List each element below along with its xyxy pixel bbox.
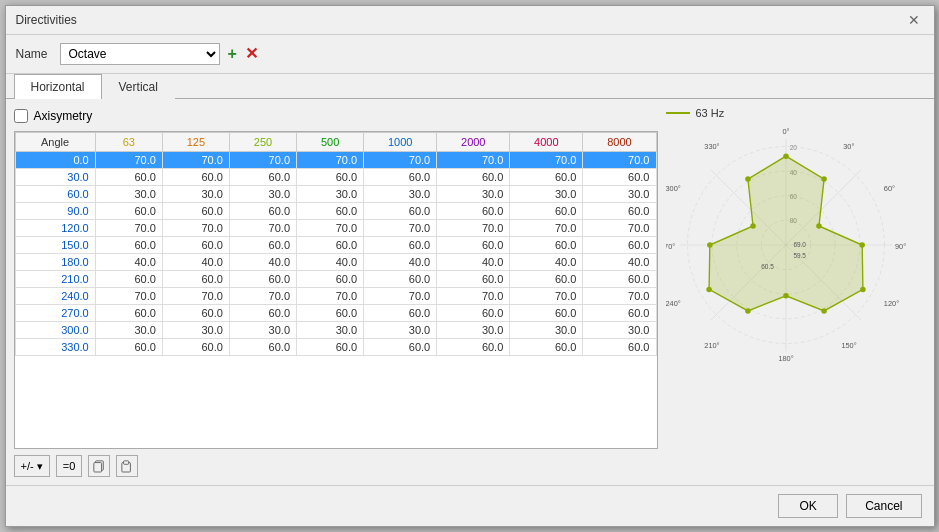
value-cell[interactable]: 40.0 — [95, 254, 162, 271]
value-cell[interactable]: 40.0 — [510, 254, 583, 271]
value-cell[interactable]: 70.0 — [297, 220, 364, 237]
value-cell[interactable]: 60.0 — [229, 169, 296, 186]
value-cell[interactable]: 40.0 — [364, 254, 437, 271]
equals-zero-button[interactable]: =0 — [56, 455, 83, 477]
angle-cell[interactable]: 120.0 — [15, 220, 95, 237]
value-cell[interactable]: 60.0 — [95, 203, 162, 220]
value-cell[interactable]: 60.0 — [510, 237, 583, 254]
value-cell[interactable]: 60.0 — [364, 339, 437, 356]
value-cell[interactable]: 60.0 — [95, 169, 162, 186]
name-select[interactable]: Octave — [60, 43, 220, 65]
table-row[interactable]: 60.030.030.030.030.030.030.030.030.0 — [15, 186, 656, 203]
value-cell[interactable]: 60.0 — [583, 237, 656, 254]
value-cell[interactable]: 60.0 — [583, 169, 656, 186]
table-row[interactable]: 300.030.030.030.030.030.030.030.030.0 — [15, 322, 656, 339]
value-cell[interactable]: 60.0 — [297, 271, 364, 288]
table-row[interactable]: 120.070.070.070.070.070.070.070.070.0 — [15, 220, 656, 237]
value-cell[interactable]: 30.0 — [95, 186, 162, 203]
angle-cell[interactable]: 150.0 — [15, 237, 95, 254]
value-cell[interactable]: 70.0 — [583, 220, 656, 237]
value-cell[interactable]: 30.0 — [229, 186, 296, 203]
table-row[interactable]: 180.040.040.040.040.040.040.040.040.0 — [15, 254, 656, 271]
table-row[interactable]: 240.070.070.070.070.070.070.070.070.0 — [15, 288, 656, 305]
value-cell[interactable]: 60.0 — [364, 169, 437, 186]
value-cell[interactable]: 70.0 — [95, 288, 162, 305]
value-cell[interactable]: 40.0 — [162, 254, 229, 271]
angle-cell[interactable]: 330.0 — [15, 339, 95, 356]
value-cell[interactable]: 30.0 — [364, 322, 437, 339]
value-cell[interactable]: 70.0 — [437, 152, 510, 169]
value-cell[interactable]: 70.0 — [364, 220, 437, 237]
angle-cell[interactable]: 30.0 — [15, 169, 95, 186]
value-cell[interactable]: 60.0 — [510, 169, 583, 186]
angle-cell[interactable]: 60.0 — [15, 186, 95, 203]
value-cell[interactable]: 60.0 — [229, 339, 296, 356]
value-cell[interactable]: 60.0 — [364, 305, 437, 322]
table-row[interactable]: 150.060.060.060.060.060.060.060.060.0 — [15, 237, 656, 254]
value-cell[interactable]: 70.0 — [437, 288, 510, 305]
value-cell[interactable]: 30.0 — [297, 186, 364, 203]
value-cell[interactable]: 70.0 — [583, 152, 656, 169]
angle-cell[interactable]: 180.0 — [15, 254, 95, 271]
value-cell[interactable]: 30.0 — [297, 322, 364, 339]
value-cell[interactable]: 60.0 — [162, 339, 229, 356]
value-cell[interactable]: 70.0 — [297, 288, 364, 305]
angle-cell[interactable]: 0.0 — [15, 152, 95, 169]
table-row[interactable]: 330.060.060.060.060.060.060.060.060.0 — [15, 339, 656, 356]
value-cell[interactable]: 60.0 — [364, 271, 437, 288]
add-button[interactable]: + — [228, 46, 237, 62]
value-cell[interactable]: 70.0 — [364, 152, 437, 169]
value-cell[interactable]: 70.0 — [162, 152, 229, 169]
value-cell[interactable]: 30.0 — [510, 186, 583, 203]
value-cell[interactable]: 60.0 — [510, 339, 583, 356]
angle-cell[interactable]: 210.0 — [15, 271, 95, 288]
paste-button[interactable] — [116, 455, 138, 477]
value-cell[interactable]: 70.0 — [162, 220, 229, 237]
value-cell[interactable]: 30.0 — [95, 322, 162, 339]
value-cell[interactable]: 30.0 — [437, 322, 510, 339]
tab-horizontal[interactable]: Horizontal — [14, 74, 102, 99]
value-cell[interactable]: 60.0 — [364, 237, 437, 254]
cancel-button[interactable]: Cancel — [846, 494, 921, 518]
value-cell[interactable]: 70.0 — [297, 152, 364, 169]
value-cell[interactable]: 60.0 — [583, 271, 656, 288]
table-row[interactable]: 30.060.060.060.060.060.060.060.060.0 — [15, 169, 656, 186]
value-cell[interactable]: 70.0 — [437, 220, 510, 237]
copy-button[interactable] — [88, 455, 110, 477]
value-cell[interactable]: 60.0 — [229, 203, 296, 220]
angle-cell[interactable]: 90.0 — [15, 203, 95, 220]
value-cell[interactable]: 70.0 — [229, 288, 296, 305]
value-cell[interactable]: 60.0 — [229, 237, 296, 254]
value-cell[interactable]: 60.0 — [297, 203, 364, 220]
value-cell[interactable]: 60.0 — [229, 305, 296, 322]
value-cell[interactable]: 60.0 — [297, 305, 364, 322]
angle-cell[interactable]: 300.0 — [15, 322, 95, 339]
angle-cell[interactable]: 240.0 — [15, 288, 95, 305]
value-cell[interactable]: 60.0 — [583, 305, 656, 322]
value-cell[interactable]: 60.0 — [583, 203, 656, 220]
angle-cell[interactable]: 270.0 — [15, 305, 95, 322]
value-cell[interactable]: 60.0 — [510, 203, 583, 220]
value-cell[interactable]: 30.0 — [162, 322, 229, 339]
value-cell[interactable]: 60.0 — [297, 339, 364, 356]
value-cell[interactable]: 40.0 — [297, 254, 364, 271]
value-cell[interactable]: 70.0 — [364, 288, 437, 305]
value-cell[interactable]: 70.0 — [510, 220, 583, 237]
value-cell[interactable]: 60.0 — [95, 305, 162, 322]
table-row[interactable]: 210.060.060.060.060.060.060.060.060.0 — [15, 271, 656, 288]
value-cell[interactable]: 30.0 — [583, 186, 656, 203]
value-cell[interactable]: 30.0 — [364, 186, 437, 203]
close-button[interactable]: ✕ — [904, 12, 924, 28]
value-cell[interactable]: 70.0 — [95, 220, 162, 237]
table-row[interactable]: 90.060.060.060.060.060.060.060.060.0 — [15, 203, 656, 220]
value-cell[interactable]: 60.0 — [437, 237, 510, 254]
value-cell[interactable]: 30.0 — [437, 186, 510, 203]
value-cell[interactable]: 60.0 — [297, 237, 364, 254]
value-cell[interactable]: 60.0 — [510, 305, 583, 322]
value-cell[interactable]: 60.0 — [437, 271, 510, 288]
value-cell[interactable]: 60.0 — [510, 271, 583, 288]
value-cell[interactable]: 30.0 — [162, 186, 229, 203]
value-cell[interactable]: 60.0 — [162, 203, 229, 220]
value-cell[interactable]: 60.0 — [162, 169, 229, 186]
value-cell[interactable]: 70.0 — [229, 152, 296, 169]
